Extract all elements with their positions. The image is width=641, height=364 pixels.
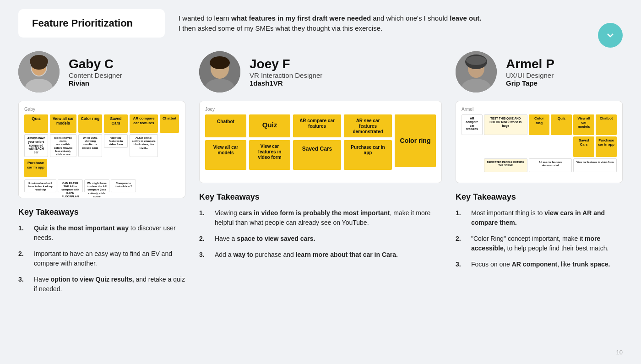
gaby-takeaway-3: Have option to view Quiz results, and re… <box>18 275 185 294</box>
armel-n5: View all car models <box>573 114 594 135</box>
armel-board-label: Armel <box>462 107 617 112</box>
gaby-note-b1: Bookmarke what I have in back of my road… <box>24 179 56 192</box>
gaby-note-b4: Compare to their old car? <box>111 179 136 192</box>
gaby-note-notes5: ALSO tilting: ability to compare blank s… <box>130 134 158 157</box>
gaby-note-color-ring: Color ring <box>78 114 102 133</box>
joey-ar-compare: AR compare car features <box>293 114 341 137</box>
joey-board: Joey Chatbot View all car models Quiz Vi… <box>199 101 442 183</box>
joey-takeaway-1-text: Viewing cars in video form is probably t… <box>215 208 442 228</box>
page-number: 10 <box>616 349 623 356</box>
joey-company: 1dash1VR <box>250 79 322 87</box>
gaby-company: Rivian <box>69 79 122 87</box>
person-header-gaby: Gaby C Content Designer Rivian <box>18 51 185 92</box>
armel-takeaway-2: "Color Ring" concept important, make it … <box>456 234 623 253</box>
armel-board: Armel AR compare car features TEST THIS … <box>456 101 623 183</box>
armel-takeaway-3: Focus on one AR component, like trunk sp… <box>456 260 623 269</box>
armel-n11: View car features in video form <box>573 158 617 172</box>
armel-role: UX/UI Designer <box>506 71 554 79</box>
gaby-note-notes3: WITH QUIZ showing results... a garage pa… <box>78 134 102 157</box>
svg-point-5 <box>31 59 47 70</box>
joey-color-ring: Color ring <box>395 114 436 167</box>
gaby-note-notes1: Always have your colors compared with EA… <box>24 134 48 157</box>
joey-video-form: View car features in video form <box>249 140 290 170</box>
armel-takeaway-1: Most important thing is to view cars in … <box>456 208 623 228</box>
joey-view-all: View all car models <box>205 140 246 170</box>
column-joey: Joey F VR Interaction Designer 1dash1VR … <box>199 51 442 300</box>
person-info-gaby: Gaby C Content Designer Rivian <box>69 57 122 87</box>
header-description: I wanted to learn what features in my fi… <box>179 13 482 34</box>
gaby-takeaway-1: Quiz is the most important way to discov… <box>18 223 185 243</box>
gaby-note-notes4: View car features in video form <box>104 134 128 148</box>
armel-takeaways-list: Most important thing is to view cars in … <box>456 208 623 269</box>
avatar-gaby <box>18 51 60 92</box>
joey-takeaway-3: Add a way to purchase and learn more abo… <box>199 250 442 260</box>
gaby-note-saved-cars: Saved Cars <box>104 114 128 133</box>
gaby-takeaway-2: Important to have an easy way to find an… <box>18 249 185 268</box>
gaby-takeaway-1-text: Quiz is the most important way to discov… <box>34 223 185 243</box>
armel-takeaways-title: Key Takeaways <box>456 192 623 202</box>
joey-name: Joey F <box>250 57 322 71</box>
gaby-note-notes2: Icons (maybe color, accessible colors (m… <box>50 134 76 157</box>
armel-company: Grip Tape <box>506 79 554 87</box>
armel-n7: Saved Cars <box>573 136 594 157</box>
person-header-armel: Armel P UX/UI Designer Grip Tape <box>456 51 623 92</box>
gaby-name: Gaby C <box>69 57 122 71</box>
joey-takeaway-2: Have a space to view saved cars. <box>199 234 442 244</box>
gaby-note-chatbot: Chatbot <box>160 114 179 133</box>
scroll-down-button[interactable] <box>598 23 623 48</box>
gaby-role: Content Designer <box>69 71 122 79</box>
person-info-armel: Armel P UX/UI Designer Grip Tape <box>506 57 554 87</box>
gaby-takeaways-list: Quiz is the most important way to discov… <box>18 223 185 294</box>
page-title: Feature Prioritization <box>32 17 151 29</box>
armel-takeaway-1-text: Most important thing is to view cars in … <box>471 208 623 228</box>
joey-chatbot: Chatbot <box>205 114 246 137</box>
joey-takeaway-3-text: Add a way to purchase and learn more abo… <box>215 250 398 260</box>
gaby-note-quiz: Quiz <box>24 114 48 133</box>
gaby-note-ar-compare: AR compare car features <box>130 114 158 133</box>
armel-n6: Chatbot <box>596 114 617 135</box>
gaby-takeaway-2-text: Important to have an easy way to find an… <box>34 249 185 268</box>
svg-point-14 <box>466 56 486 65</box>
avatar-joey <box>199 51 240 92</box>
joey-takeaway-1: Viewing cars in video form is probably t… <box>199 208 442 228</box>
armel-takeaway-2-text: "Color Ring" concept important, make it … <box>471 234 623 253</box>
armel-n9: DEDICATED PEOPLE OUTSIDE THE SCENE <box>484 158 527 172</box>
gaby-note-purchase: Purchase car in app <box>24 159 47 177</box>
joey-takeaways-title: Key Takeaways <box>199 192 442 202</box>
armel-n2: TEST THIS QUIZ AND COLOR RING! world is … <box>484 114 527 135</box>
gaby-note-b2: CAN FILTER THE AR to compare with EACH F… <box>58 179 83 192</box>
gaby-board-label: Gaby <box>24 107 179 112</box>
armel-n8: Purchase car in app <box>596 136 617 157</box>
joey-purchase: Purchase car in app <box>344 140 392 170</box>
feature-prioritization-title-box: Feature Prioritization <box>18 9 165 38</box>
joey-quiz: Quiz <box>249 114 290 137</box>
armel-n4: Quiz <box>551 114 572 135</box>
joey-role: VR Interaction Designer <box>250 71 322 79</box>
joey-takeaway-2-text: Have a space to view saved cars. <box>215 234 315 244</box>
armel-n1: AR compare car features <box>462 114 483 135</box>
armel-name: Armel P <box>506 57 554 71</box>
gaby-board: Gaby Quiz Always have your colors compar… <box>18 101 185 198</box>
joey-takeaways-list: Viewing cars in video form is probably t… <box>199 208 442 260</box>
joey-ar-see: AR see car features demonstrated <box>344 114 392 137</box>
armel-n10: All see car features demonstrated <box>529 158 572 172</box>
armel-takeaway-3-text: Focus on one AR component, like trunk sp… <box>471 260 610 269</box>
gaby-takeaway-3-text: Have option to view Quiz results, and re… <box>34 275 185 294</box>
column-gaby: Gaby C Content Designer Rivian Gaby Quiz… <box>18 51 185 300</box>
joey-board-label: Joey <box>205 107 436 112</box>
svg-point-8 <box>210 56 230 69</box>
gaby-note-view-cars: View all car models <box>50 114 76 133</box>
person-header-joey: Joey F VR Interaction Designer 1dash1VR <box>199 51 442 92</box>
armel-n3: Color ring <box>529 114 550 135</box>
person-info-joey: Joey F VR Interaction Designer 1dash1VR <box>250 57 322 87</box>
joey-saved-cars: Saved Cars <box>293 140 341 170</box>
avatar-armel <box>456 51 497 92</box>
gaby-takeaways-title: Key Takeaways <box>18 207 185 217</box>
column-armel: Armel P UX/UI Designer Grip Tape Armel A… <box>456 51 623 300</box>
gaby-note-b3: We might have to show the AR compare (le… <box>84 179 109 192</box>
